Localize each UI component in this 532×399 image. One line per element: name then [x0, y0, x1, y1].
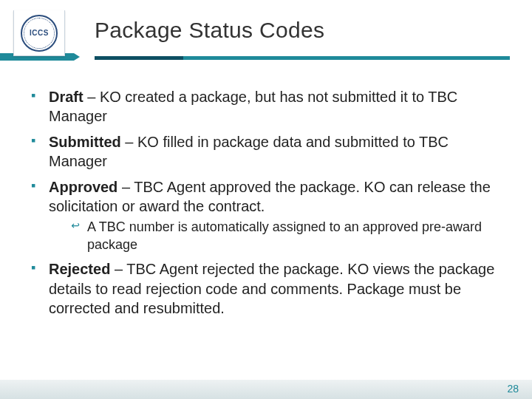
- slide: ICCS Package Status Codes Draft – KO cre…: [0, 0, 532, 399]
- seal-icon: ICCS: [21, 15, 58, 52]
- logo-container: ICCS: [13, 10, 65, 56]
- sub-list: A TBC number is automatically assigned t…: [71, 219, 508, 253]
- title-underline-accent: [95, 56, 183, 60]
- page-number: 28: [507, 383, 519, 395]
- footer-band: [0, 380, 532, 399]
- bullet-list: Draft – KO created a package, but has no…: [31, 87, 508, 318]
- bullet-term: Approved: [49, 179, 117, 195]
- sub-list-item: A TBC number is automatically assigned t…: [71, 219, 508, 253]
- bullet-text: – KO created a package, but has not subm…: [49, 89, 457, 124]
- logo-text: ICCS: [30, 29, 49, 37]
- bullet-text: – TBC Agent rejected the package. KO vie…: [49, 261, 494, 316]
- list-item: Approved – TBC Agent approved the packag…: [31, 177, 508, 254]
- bullet-term: Submitted: [49, 134, 121, 150]
- bullet-term: Draft: [49, 89, 83, 105]
- sub-bullet-text: A TBC number is automatically assigned t…: [87, 219, 482, 251]
- list-item: Submitted – KO filled in package data an…: [31, 132, 508, 171]
- list-item: Draft – KO created a package, but has no…: [31, 87, 508, 126]
- slide-header: ICCS Package Status Codes: [0, 0, 532, 65]
- title-zone: Package Status Codes: [95, 18, 510, 65]
- page-title: Package Status Codes: [95, 18, 510, 43]
- list-item: Rejected – TBC Agent rejected the packag…: [31, 259, 508, 318]
- bullet-term: Rejected: [49, 261, 110, 277]
- content-area: Draft – KO created a package, but has no…: [31, 87, 508, 324]
